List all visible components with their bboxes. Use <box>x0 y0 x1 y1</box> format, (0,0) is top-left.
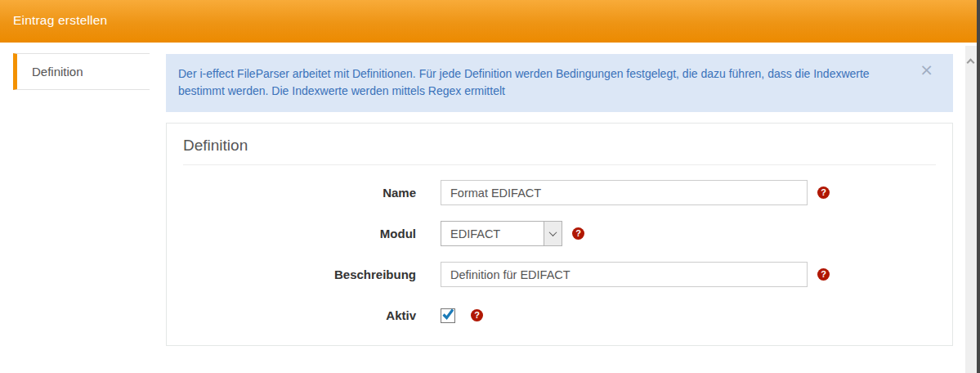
form-row-aktiv: Aktiv ? <box>183 303 936 328</box>
aktiv-checkbox[interactable] <box>441 308 455 323</box>
sidebar-item-definition[interactable]: Definition <box>13 53 150 90</box>
help-icon[interactable]: ? <box>817 268 830 281</box>
info-alert: Der i-effect FileParser arbeitet mit Def… <box>166 54 953 112</box>
page-title: Eintrag erstellen <box>13 13 107 28</box>
scroll-up-icon[interactable] <box>967 59 975 67</box>
form-row-modul: Modul EDIFACT ? <box>183 221 936 246</box>
panel-divider <box>183 164 936 165</box>
checkmark-icon <box>441 308 454 321</box>
modul-label: Modul <box>183 227 416 240</box>
help-icon[interactable]: ? <box>471 309 483 321</box>
chevron-down-icon <box>549 228 557 236</box>
definition-form: Name ? Modul EDIFACT ? Beschreibung <box>183 180 936 328</box>
modul-select-value: EDIFACT <box>441 222 544 245</box>
info-alert-text: Der i-effect FileParser arbeitet mit Def… <box>178 67 870 97</box>
name-label: Name <box>183 186 416 200</box>
panel-title: Definition <box>183 124 936 155</box>
aktiv-label: Aktiv <box>183 308 416 322</box>
window-edge <box>977 0 980 373</box>
sidebar-item-label: Definition <box>32 65 83 79</box>
form-row-name: Name ? <box>183 180 936 205</box>
form-row-beschreibung: Beschreibung ? <box>183 262 936 287</box>
modul-select[interactable]: EDIFACT <box>441 221 562 246</box>
select-arrow-box[interactable] <box>544 222 562 245</box>
header-bar: Eintrag erstellen <box>0 0 977 43</box>
close-icon[interactable]: × <box>920 61 933 78</box>
definition-panel: Definition Name ? Modul EDIFACT ? <box>166 123 953 346</box>
beschreibung-input[interactable] <box>441 262 808 287</box>
vertical-scrollbar[interactable] <box>965 46 977 373</box>
help-icon[interactable]: ? <box>572 227 584 240</box>
help-icon[interactable]: ? <box>817 186 830 199</box>
name-input[interactable] <box>441 180 808 205</box>
beschreibung-label: Beschreibung <box>183 267 416 281</box>
